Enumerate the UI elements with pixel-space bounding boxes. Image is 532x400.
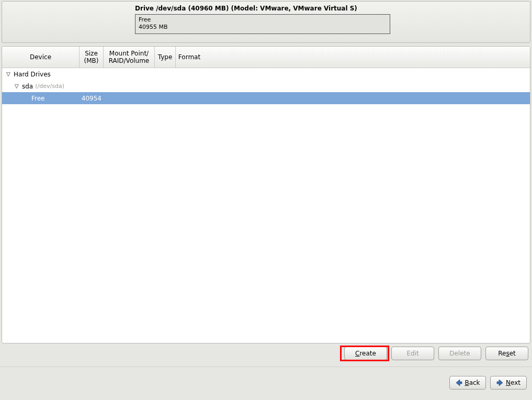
col-type[interactable]: Type <box>155 47 176 68</box>
tree-row-free[interactable]: Free 40954 <box>2 92 530 104</box>
tree-row-hard-drives[interactable]: ▽ Hard Drives <box>2 68 530 80</box>
col-mountpoint[interactable]: Mount Point/ RAID/Volume <box>104 47 155 68</box>
tree-label: sda <box>22 83 33 90</box>
back-button[interactable]: Back <box>449 376 486 390</box>
tree-size: 40954 <box>78 95 103 102</box>
tree-dev-path: (/dev/sda) <box>35 83 64 90</box>
svg-marker-1 <box>497 380 503 386</box>
tree-label: Hard Drives <box>14 71 51 78</box>
expand-icon[interactable]: ▽ <box>15 83 20 89</box>
divider <box>0 366 532 367</box>
btn-rest: reate <box>359 350 376 357</box>
delete-button: Delete <box>438 347 481 360</box>
col-size[interactable]: Size (MB) <box>80 47 104 68</box>
edit-button: Edit <box>391 347 434 360</box>
drive-free-label: Free <box>139 16 387 24</box>
tree-row-sda[interactable]: ▽ sda (/dev/sda) <box>2 80 530 92</box>
create-button[interactable]: Create <box>344 347 387 360</box>
drive-free-size: 40955 MB <box>139 24 387 31</box>
col-device[interactable]: Device <box>2 47 80 68</box>
tree-label: Free <box>31 95 44 102</box>
action-button-row: Create Edit Delete Reset <box>2 347 530 362</box>
drive-title: Drive /dev/sda (40960 MB) (Model: VMware… <box>135 5 526 12</box>
col-format[interactable]: Format <box>176 47 203 68</box>
next-button[interactable]: Next <box>490 376 527 390</box>
svg-marker-0 <box>456 380 462 386</box>
arrow-right-icon <box>496 379 504 386</box>
partitioning-window: Drive /dev/sda (40960 MB) (Model: VMware… <box>0 0 532 400</box>
drive-free-box[interactable]: Free 40955 MB <box>135 14 390 34</box>
nav-button-row: Back Next <box>449 376 527 390</box>
partition-tree-panel: Device Size (MB) Mount Point/ RAID/Volum… <box>2 46 530 343</box>
drive-summary-panel: Drive /dev/sda (40960 MB) (Model: VMware… <box>2 1 530 43</box>
reset-button[interactable]: Reset <box>485 347 528 360</box>
arrow-left-icon <box>455 379 462 386</box>
expand-icon[interactable]: ▽ <box>6 71 12 77</box>
column-header-row: Device Size (MB) Mount Point/ RAID/Volum… <box>2 47 530 68</box>
tree-body: ▽ Hard Drives ▽ sda (/dev/sda) Free 4095… <box>2 68 530 104</box>
